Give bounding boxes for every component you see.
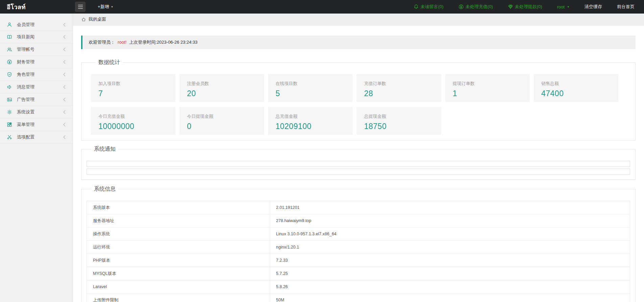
hamburger-icon xyxy=(78,4,83,9)
topbar: อีโวลท์ +新增 ▼ 未读留言(0)未处理充值(0)未处理提款(0)roo… xyxy=(0,0,644,14)
sidebar-item-7[interactable]: 广告管理 xyxy=(0,93,73,106)
chevron-left-icon xyxy=(63,47,66,51)
user-icon xyxy=(7,22,13,27)
topbar-link[interactable]: 前台首页 xyxy=(617,4,635,10)
sidebar-item-label: 会员管理 xyxy=(17,22,63,28)
sidebar-item-8[interactable]: 系统设置 xyxy=(0,106,73,118)
scissors-icon xyxy=(7,134,13,140)
topbar-link[interactable]: 未处理充值(0) xyxy=(458,4,493,10)
add-new-button[interactable]: +新增 ▼ xyxy=(98,4,114,10)
page-body: 欢迎管理员：root!上次登录时间:2023-06-26 23:24:33 数据… xyxy=(73,25,644,302)
stat-card-value: 18750 xyxy=(364,122,441,131)
breadcrumb-label: 我的桌面 xyxy=(89,16,106,22)
sidebar-item-label: 管理帐号 xyxy=(17,46,63,52)
topbar-link[interactable]: root▼ xyxy=(557,4,570,9)
sidebar-item-10[interactable]: 选项配置 xyxy=(0,131,73,144)
stat-card-label: 总提现金额 xyxy=(364,113,441,120)
notice-section: 系统通知 xyxy=(81,146,636,180)
stat-card-value: 47400 xyxy=(541,89,618,98)
sidebar-item-4[interactable]: 财务管理 xyxy=(0,56,73,68)
chevron-left-icon xyxy=(63,72,66,77)
sidebar-item-2[interactable]: 项目新闻 xyxy=(0,31,73,43)
stat-card-value: 0 xyxy=(187,122,264,131)
stat-card-label: 销售总额 xyxy=(541,81,618,87)
sidebar-item-label: 消息管理 xyxy=(17,84,63,90)
topbar-link-label: 前台首页 xyxy=(617,4,635,10)
bell-icon xyxy=(413,4,419,9)
add-new-label: +新增 xyxy=(98,4,109,10)
sysinfo-row-label: PHP版本 xyxy=(87,254,270,267)
stat-card-value: 20 xyxy=(187,89,264,98)
home-icon xyxy=(81,17,86,22)
sysinfo-row-value: 2.01.191201 xyxy=(270,201,630,214)
topbar-link[interactable]: 清空缓存 xyxy=(585,4,602,10)
sysinfo-row: 上传附件限制50M xyxy=(87,294,630,302)
notice-row xyxy=(87,161,630,167)
sidebar-item-1[interactable]: 会员管理 xyxy=(0,18,73,31)
image-icon xyxy=(7,97,13,102)
sidebar-item-label: 角色管理 xyxy=(17,71,63,78)
topbar-link-label: 未处理提款(0) xyxy=(515,4,542,10)
notice-section-title: 系统通知 xyxy=(91,146,118,153)
sysinfo-row-label: 服务器地址 xyxy=(87,214,270,228)
welcome-alert: 欢迎管理员：root!上次登录时间:2023-06-26 23:24:33 xyxy=(81,36,636,49)
sidebar-item-3[interactable]: 管理帐号 xyxy=(0,43,73,56)
sysinfo-row-value: 50M xyxy=(270,294,630,302)
sidebar-item-5[interactable]: 角色管理 xyxy=(0,68,73,81)
sysinfo-row: MYSQL版本5.7.25 xyxy=(87,267,630,280)
chevron-left-icon xyxy=(63,85,66,89)
stat-card: 注册会员数20 xyxy=(180,74,264,102)
sysinfo-row-value: 7.2.33 xyxy=(270,254,630,267)
users-icon xyxy=(7,47,13,52)
sysinfo-row-label: Laravel xyxy=(87,280,270,294)
speaker-icon xyxy=(7,84,13,90)
chevron-left-icon xyxy=(63,23,66,27)
stat-card: 销售总额47400 xyxy=(534,74,618,102)
notice-row xyxy=(87,169,630,175)
sidebar-item-label: 选项配置 xyxy=(17,134,63,140)
stats-row-1: 加入项目数7注册会员数20在线项目数5充值订单数28提现订单数1销售总额4740… xyxy=(91,74,626,102)
stat-card-value: 5 xyxy=(276,89,353,98)
stat-card-label: 在线项目数 xyxy=(276,81,353,87)
sysinfo-row: Laravel5.8.26 xyxy=(87,280,630,294)
welcome-username: root! xyxy=(118,40,126,45)
sysinfo-row-label: 操作系统 xyxy=(87,228,270,241)
topbar-link-label: 未处理充值(0) xyxy=(466,4,493,10)
sidebar-toggle-button[interactable] xyxy=(75,2,86,12)
sysinfo-row-value: 278.haiwaiym9.top xyxy=(270,214,630,228)
topbar-link-label: 清空缓存 xyxy=(585,4,602,10)
stats-section: 数据统计 加入项目数7注册会员数20在线项目数5充值订单数28提现订单数1销售总… xyxy=(81,59,636,141)
sidebar-item-label: 系统设置 xyxy=(17,109,63,115)
grid-icon xyxy=(7,122,13,127)
sidebar-item-label: 项目新闻 xyxy=(17,34,63,40)
stat-card-label: 注册会员数 xyxy=(187,81,264,87)
stat-card-label: 加入项目数 xyxy=(98,81,175,87)
stat-card: 充值订单数28 xyxy=(357,74,441,102)
stat-card: 在线项目数5 xyxy=(268,74,353,102)
topbar-links: 未读留言(0)未处理充值(0)未处理提款(0)root▼清空缓存前台首页 xyxy=(413,4,644,10)
topbar-link[interactable]: 未读留言(0) xyxy=(413,4,444,10)
sidebar-item-6[interactable]: 消息管理 xyxy=(0,81,73,93)
chevron-left-icon xyxy=(63,123,66,127)
sysinfo-table: 系统版本2.01.191201服务器地址278.haiwaiym9.top操作系… xyxy=(87,201,630,302)
topbar-link[interactable]: 未处理提款(0) xyxy=(508,4,542,10)
chevron-left-icon xyxy=(63,60,66,64)
stats-row-2: 今日充值金额10000000今日提现金额0总充值金额10209100总提现金额1… xyxy=(91,107,626,135)
stat-card-label: 总充值金额 xyxy=(276,113,353,120)
shield-check-icon xyxy=(7,72,13,77)
sidebar-item-9[interactable]: 菜单管理 xyxy=(0,118,73,131)
topbar-link-label: root xyxy=(557,4,565,9)
content-area: 我的桌面 欢迎管理员：root!上次登录时间:2023-06-26 23:24:… xyxy=(73,14,644,302)
yen-circle-icon xyxy=(7,59,13,65)
stat-card: 今日提现金额0 xyxy=(180,107,264,135)
breadcrumb: 我的桌面 xyxy=(73,14,644,25)
app-logo: อีโวลท์ xyxy=(0,2,73,12)
chevron-left-icon xyxy=(63,110,66,114)
stat-card-value: 10209100 xyxy=(276,122,353,131)
sysinfo-section: 系统信息 系统版本2.01.191201服务器地址278.haiwaiym9.t… xyxy=(81,186,636,302)
sidebar-item-label: 财务管理 xyxy=(17,59,63,65)
book-icon xyxy=(7,34,13,40)
sysinfo-row-label: MYSQL版本 xyxy=(87,267,270,280)
stat-card-label: 充值订单数 xyxy=(364,81,441,87)
gem-icon xyxy=(508,4,513,9)
